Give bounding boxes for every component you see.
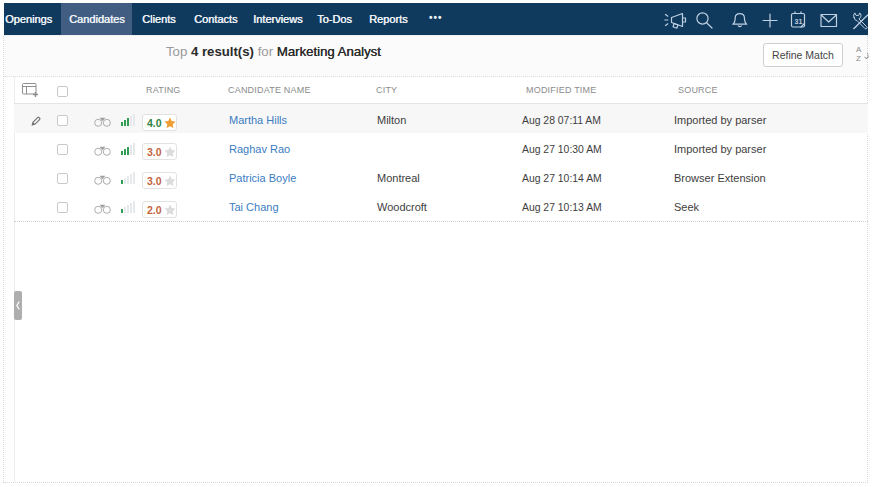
svg-text:Z: Z xyxy=(856,54,861,63)
svg-text:A: A xyxy=(856,45,862,54)
svg-text:31: 31 xyxy=(795,18,803,25)
